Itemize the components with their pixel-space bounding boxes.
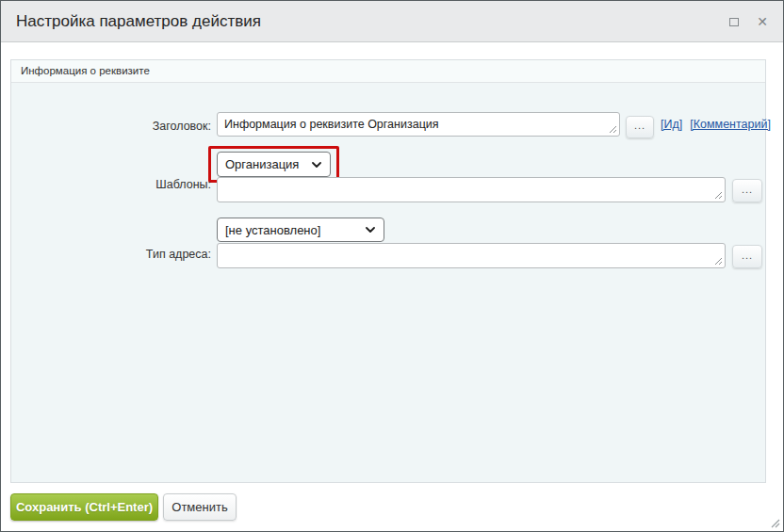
cancel-button[interactable]: Отменить (163, 493, 237, 521)
template-select[interactable]: Организация (217, 152, 331, 177)
title-textarea-value: Информация о реквизите Организация (224, 118, 439, 131)
panel-header: Информация о реквизите (11, 60, 765, 83)
address-type-select-value: [не установлено] (225, 223, 320, 237)
address-type-label: Тип адреса: (11, 247, 211, 262)
templates-label: Шаблоны: (11, 177, 211, 192)
action-parameters-dialog: Настройка параметров действия ✕ Информац… (0, 0, 784, 532)
dialog-resize-grip-icon[interactable] (770, 518, 780, 528)
chevron-down-icon (312, 162, 321, 168)
resize-grip-icon[interactable] (609, 125, 617, 134)
comment-link[interactable]: [Комментарий] (690, 118, 771, 131)
maximize-icon (729, 18, 739, 26)
titlebar: Настройка параметров действия ✕ (1, 1, 783, 42)
title-links: [Ид] [Комментарий] (661, 118, 771, 131)
address-type-more-button[interactable]: ... (732, 245, 762, 268)
resize-grip-icon[interactable] (714, 257, 723, 266)
address-type-select[interactable]: [не установлено] (217, 218, 384, 242)
requisite-info-panel: Информация о реквизите Заголовок: Информ… (10, 59, 766, 483)
title-textarea[interactable]: Информация о реквизите Организация (217, 112, 620, 137)
chevron-down-icon (366, 227, 375, 233)
id-link[interactable]: [Ид] (661, 118, 682, 131)
title-label: Заголовок: (11, 119, 211, 134)
maximize-button[interactable] (725, 12, 743, 31)
address-type-textarea[interactable] (217, 243, 726, 268)
close-button[interactable]: ✕ (753, 12, 772, 31)
template-select-value: Организация (225, 157, 299, 171)
close-icon: ✕ (757, 15, 768, 28)
templates-textarea[interactable] (217, 177, 726, 202)
window-title: Настройка параметров действия (16, 1, 261, 41)
save-button[interactable]: Сохранить (Ctrl+Enter) (10, 493, 158, 521)
templates-more-button[interactable]: ... (732, 179, 762, 202)
title-more-button[interactable]: ... (626, 116, 654, 138)
resize-grip-icon[interactable] (714, 191, 723, 200)
